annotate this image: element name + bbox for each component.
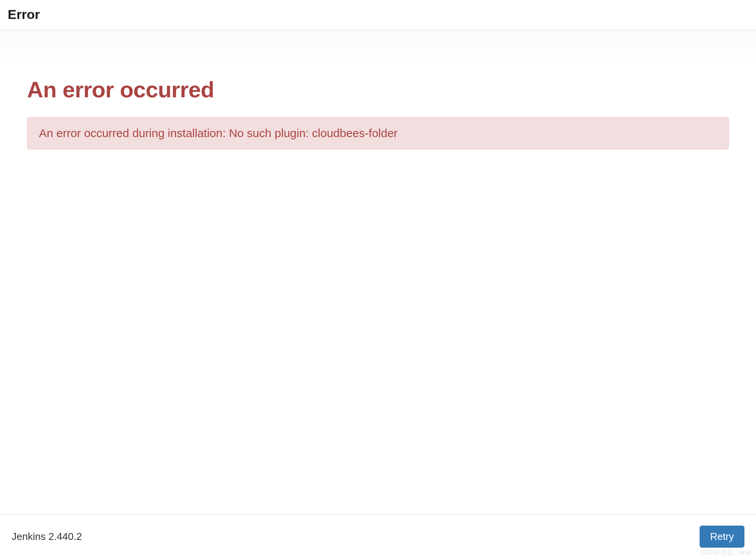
page-title: Error (8, 7, 748, 22)
error-heading: An error occurred (27, 76, 729, 102)
watermark-text: CSDN @是二狗诶 (701, 549, 751, 557)
header-bar: Error (0, 0, 756, 30)
version-label: Jenkins 2.440.2 (12, 531, 82, 543)
error-alert: An error occurred during installation: N… (27, 117, 729, 149)
error-message: An error occurred during installation: N… (39, 127, 398, 139)
main-content: An error occurred An error occurred duri… (0, 30, 756, 514)
retry-button[interactable]: Retry (700, 526, 744, 548)
footer-bar: Jenkins 2.440.2 Retry (0, 514, 756, 560)
